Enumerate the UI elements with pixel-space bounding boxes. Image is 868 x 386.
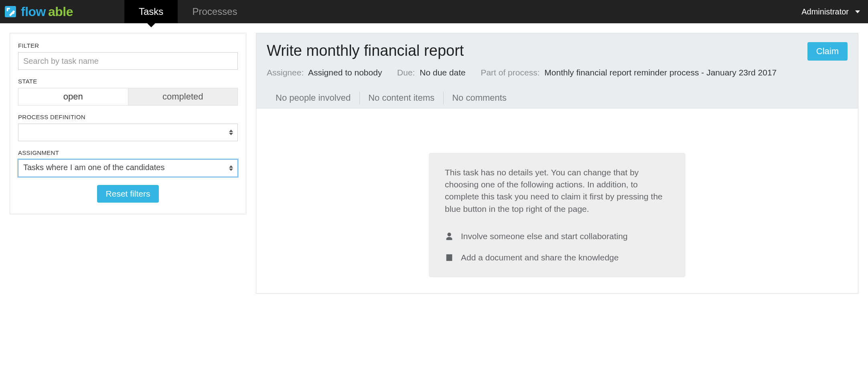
tab-processes-label: Processes bbox=[192, 6, 237, 17]
state-toggle: open completed bbox=[18, 88, 238, 106]
user-menu[interactable]: Administrator bbox=[801, 0, 868, 23]
brand-text-flow: flow bbox=[21, 4, 46, 19]
state-heading: STATE bbox=[18, 78, 238, 85]
action-involve[interactable]: Involve someone else and start collabora… bbox=[445, 230, 669, 242]
brand-text-able: able bbox=[48, 4, 73, 19]
navbar: flowable Tasks Processes Administrator bbox=[0, 0, 868, 23]
partof-label: Part of process: bbox=[481, 68, 539, 77]
tab-tasks[interactable]: Tasks bbox=[124, 0, 178, 23]
reset-filters-button[interactable]: Reset filters bbox=[97, 185, 159, 203]
chevron-down-icon bbox=[855, 10, 860, 13]
due-label: Due: bbox=[397, 68, 415, 77]
assignee-label: Assignee: bbox=[267, 68, 304, 77]
person-icon bbox=[445, 232, 454, 241]
tab-tasks-label: Tasks bbox=[139, 6, 163, 17]
assignment-select[interactable]: Tasks where I am one of the candidates bbox=[18, 159, 238, 177]
state-open-button[interactable]: open bbox=[18, 88, 128, 105]
claim-button[interactable]: Claim bbox=[807, 42, 848, 61]
subtab-people[interactable]: No people involved bbox=[267, 88, 359, 109]
task-header: Write monthly financial report Claim Ass… bbox=[256, 33, 858, 109]
action-document-label: Add a document and share the knowledge bbox=[461, 252, 619, 264]
subtab-content[interactable]: No content items bbox=[359, 88, 443, 109]
search-input[interactable] bbox=[18, 52, 238, 70]
document-icon bbox=[445, 253, 454, 262]
state-completed-button[interactable]: completed bbox=[128, 88, 238, 105]
task-body: This task has no details yet. You can ch… bbox=[256, 109, 858, 294]
hint-text: This task has no details yet. You can ch… bbox=[445, 167, 669, 215]
task-title: Write monthly financial report bbox=[267, 42, 464, 60]
filter-panel: FILTER STATE open completed PROCESS DEFI… bbox=[10, 33, 246, 214]
action-document[interactable]: Add a document and share the knowledge bbox=[445, 252, 669, 264]
procdef-select[interactable] bbox=[18, 124, 238, 141]
hint-card: This task has no details yet. You can ch… bbox=[429, 153, 685, 278]
assignment-heading: ASSIGNMENT bbox=[18, 149, 238, 156]
tab-processes[interactable]: Processes bbox=[178, 0, 251, 23]
procdef-heading: PROCESS DEFINITION bbox=[18, 114, 238, 120]
assignee-value[interactable]: Assigned to nobody bbox=[308, 68, 382, 77]
sub-tabs: No people involved No content items No c… bbox=[267, 88, 848, 109]
filter-heading: FILTER bbox=[18, 42, 238, 49]
user-label: Administrator bbox=[801, 7, 849, 16]
action-involve-label: Involve someone else and start collabora… bbox=[461, 230, 628, 242]
brand[interactable]: flowable bbox=[0, 0, 80, 23]
due-value[interactable]: No due date bbox=[420, 68, 465, 77]
task-meta: Assignee: Assigned to nobody Due: No due… bbox=[267, 66, 848, 79]
partof-value[interactable]: Monthly financial report reminder proces… bbox=[544, 68, 777, 77]
logo-icon bbox=[5, 6, 16, 17]
subtab-comments[interactable]: No comments bbox=[443, 88, 515, 109]
task-panel: Write monthly financial report Claim Ass… bbox=[256, 33, 858, 294]
nav-tabs: Tasks Processes bbox=[124, 0, 251, 23]
